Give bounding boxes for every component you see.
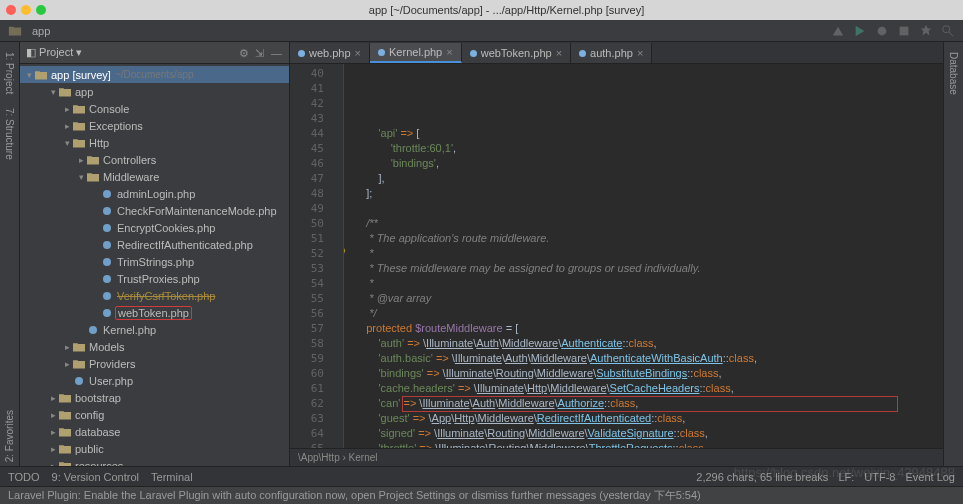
tree-item[interactable]: EncryptCookies.php [20, 219, 289, 236]
notification-text: Laravel Plugin: Enable the Laravel Plugi… [8, 488, 701, 503]
gear-icon[interactable]: ⚙ [239, 47, 251, 59]
favorites-tool-tab[interactable]: 2: Favorites [2, 406, 17, 466]
project-panel-header: ◧ Project ▾ ⚙ ⇲ — [20, 42, 289, 64]
tree-item[interactable]: ▾Middleware [20, 168, 289, 185]
right-tool-gutter: Database [943, 42, 963, 466]
project-root[interactable]: ▾app [survey]~/Documents/app [20, 66, 289, 83]
tab-label: Kernel.php [389, 46, 442, 58]
titlebar: app [~/Documents/app] - .../app/Http/Ker… [0, 0, 963, 20]
tree-item[interactable]: ▸Models [20, 338, 289, 355]
fold-gutter[interactable] [330, 64, 344, 448]
tree-item[interactable]: ▸resources [20, 457, 289, 466]
code-editor[interactable]: 💡 'api' => [ 'throttle:60,1', 'bindings'… [344, 64, 943, 448]
collapse-icon[interactable]: ⇲ [255, 47, 267, 59]
tree-item[interactable]: User.php [20, 372, 289, 389]
folder-icon [8, 24, 22, 38]
status-bar: TODO 9: Version Control Terminal 2,296 c… [0, 466, 963, 486]
main-toolbar: app [0, 20, 963, 42]
editor-tabbar: web.php×Kernel.php×webToken.php×auth.php… [290, 42, 943, 64]
database-tool-tab[interactable]: Database [946, 48, 961, 99]
project-panel-title[interactable]: ◧ Project ▾ [26, 46, 82, 59]
tab-label: auth.php [590, 47, 633, 59]
svg-point-0 [878, 26, 887, 35]
breadcrumb[interactable]: app [32, 25, 50, 37]
php-file-icon [470, 50, 477, 57]
svg-rect-1 [900, 26, 909, 35]
window-title: app [~/Documents/app] - .../app/Http/Ker… [56, 4, 957, 16]
tree-item[interactable]: ▸config [20, 406, 289, 423]
close-icon[interactable]: × [355, 47, 361, 59]
close-icon[interactable]: × [446, 46, 452, 58]
tree-item[interactable]: TrustProxies.php [20, 270, 289, 287]
search-icon[interactable] [941, 24, 955, 38]
vcs-icon[interactable] [919, 24, 933, 38]
tree-item[interactable]: ▸Providers [20, 355, 289, 372]
tree-item[interactable]: ▸bootstrap [20, 389, 289, 406]
tree-item[interactable]: ▸Controllers [20, 151, 289, 168]
traffic-lights [6, 5, 46, 15]
hide-icon[interactable]: — [271, 47, 283, 59]
tree-item[interactable]: CheckForMaintenanceMode.php [20, 202, 289, 219]
line-number-gutter: 40 41 42 43 44 45 46 47 48 49 50 51 52 5… [290, 64, 330, 448]
structure-tool-tab[interactable]: 7: Structure [2, 104, 17, 164]
project-tree[interactable]: ▾app [survey]~/Documents/app▾app▸Console… [20, 64, 289, 466]
close-window[interactable] [6, 5, 16, 15]
run-icon[interactable] [853, 24, 867, 38]
tab-label: webToken.php [481, 47, 552, 59]
tree-item[interactable]: ▸Console [20, 100, 289, 117]
php-file-icon [378, 49, 385, 56]
tree-item[interactable]: Kernel.php [20, 321, 289, 338]
editor-tab[interactable]: auth.php× [571, 43, 652, 63]
tree-item[interactable]: ▾app [20, 83, 289, 100]
editor-tab[interactable]: web.php× [290, 43, 370, 63]
line-sep[interactable]: LF: [838, 471, 854, 483]
editor-area: web.php×Kernel.php×webToken.php×auth.php… [290, 42, 943, 466]
debug-icon[interactable] [875, 24, 889, 38]
encoding[interactable]: UTF-8 [864, 471, 895, 483]
project-panel: ◧ Project ▾ ⚙ ⇲ — ▾app [survey]~/Documen… [20, 42, 290, 466]
php-file-icon [298, 50, 305, 57]
vcs-tool[interactable]: 9: Version Control [52, 471, 139, 483]
tree-item[interactable]: VerifyCsrfToken.php [20, 287, 289, 304]
editor-breadcrumb[interactable]: \App\Http › Kernel [290, 448, 943, 466]
tree-item[interactable]: RedirectIfAuthenticated.php [20, 236, 289, 253]
left-tool-gutter: 1: Project 7: Structure 2: Favorites [0, 42, 20, 466]
close-icon[interactable]: × [637, 47, 643, 59]
editor-tab[interactable]: Kernel.php× [370, 43, 462, 63]
event-log[interactable]: Event Log [905, 471, 955, 483]
tree-item[interactable]: ▸database [20, 423, 289, 440]
build-icon[interactable] [831, 24, 845, 38]
todo-tool[interactable]: TODO [8, 471, 40, 483]
tree-item[interactable]: ▸Exceptions [20, 117, 289, 134]
svg-point-2 [943, 25, 950, 32]
char-count: 2,296 chars, 65 line breaks [696, 471, 828, 483]
close-icon[interactable]: × [556, 47, 562, 59]
terminal-tool[interactable]: Terminal [151, 471, 193, 483]
php-file-icon [579, 50, 586, 57]
tree-item[interactable]: webToken.php [20, 304, 289, 321]
tree-item[interactable]: TrimStrings.php [20, 253, 289, 270]
tree-item[interactable]: ▸public [20, 440, 289, 457]
minimize-window[interactable] [21, 5, 31, 15]
maximize-window[interactable] [36, 5, 46, 15]
editor-tab[interactable]: webToken.php× [462, 43, 571, 63]
tree-item[interactable]: ▾Http [20, 134, 289, 151]
stop-icon[interactable] [897, 24, 911, 38]
notification-bar[interactable]: Laravel Plugin: Enable the Laravel Plugi… [0, 486, 963, 504]
project-tool-tab[interactable]: 1: Project [2, 48, 17, 98]
tree-item[interactable]: adminLogin.php [20, 185, 289, 202]
tab-label: web.php [309, 47, 351, 59]
